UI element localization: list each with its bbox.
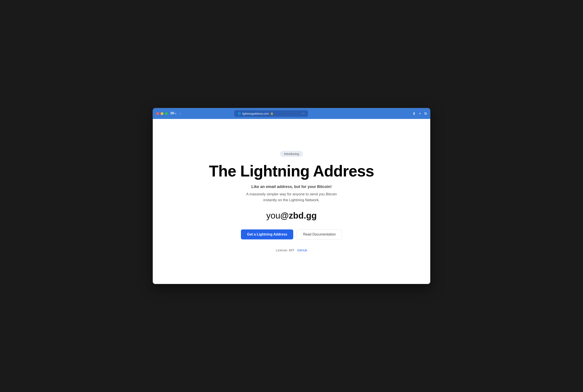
license-label: License: MIT (276, 248, 294, 252)
traffic-light-red[interactable] (156, 112, 159, 115)
chevron-down-icon: ▾ (175, 112, 176, 115)
lock-icon: 🔒 (270, 112, 274, 115)
more-options-icon[interactable]: ··· (302, 112, 304, 116)
introducing-badge: Introducing (280, 151, 303, 157)
license-section: License: MIT GitHub (276, 248, 307, 252)
globe-icon: 🌐 (238, 112, 241, 115)
read-documentation-button[interactable]: Read Documentation (297, 229, 342, 240)
address-bar[interactable]: 🌐 lightningaddress.com 🔒 ··· (234, 110, 308, 117)
sidebar-toggle[interactable]: ▾ (170, 112, 176, 115)
demo-address: you@zbd.gg (266, 211, 317, 220)
address-bar-content: 🌐 lightningaddress.com 🔒 (238, 112, 274, 115)
subtitle-bold: Like an email address, but for your Bitc… (251, 184, 332, 189)
get-lightning-address-button[interactable]: Get a Lightning Address (241, 230, 293, 240)
subtitle-normal: A massively simpler way for anyone to se… (246, 191, 337, 203)
share-icon[interactable]: ⬆ (412, 112, 416, 116)
main-title: The Lightning Address (209, 163, 374, 180)
browser-window: ▾ ‹ 🌐 lightningaddress.com 🔒 ··· ⬆ + ⧉ I… (152, 108, 430, 284)
traffic-light-green[interactable] (165, 112, 168, 115)
browser-controls: ‹ (180, 112, 181, 115)
sidebar-icon (170, 112, 174, 115)
button-group: Get a Lightning Address Read Documentati… (241, 229, 342, 240)
page-content: Introducing The Lightning Address Like a… (153, 119, 430, 284)
tabs-icon[interactable]: ⧉ (424, 112, 427, 116)
back-icon[interactable]: ‹ (180, 112, 181, 115)
browser-chrome: ▾ ‹ 🌐 lightningaddress.com 🔒 ··· ⬆ + ⧉ (153, 108, 430, 119)
demo-address-prefix: you (266, 211, 280, 220)
demo-address-bold: @zbd.gg (280, 211, 317, 220)
traffic-light-yellow[interactable] (160, 112, 164, 115)
traffic-lights (156, 112, 168, 115)
browser-actions: ⬆ + ⧉ (412, 112, 427, 116)
url-text: lightningaddress.com (242, 112, 269, 115)
github-link[interactable]: GitHub (297, 248, 307, 252)
new-tab-icon[interactable]: + (419, 112, 421, 116)
